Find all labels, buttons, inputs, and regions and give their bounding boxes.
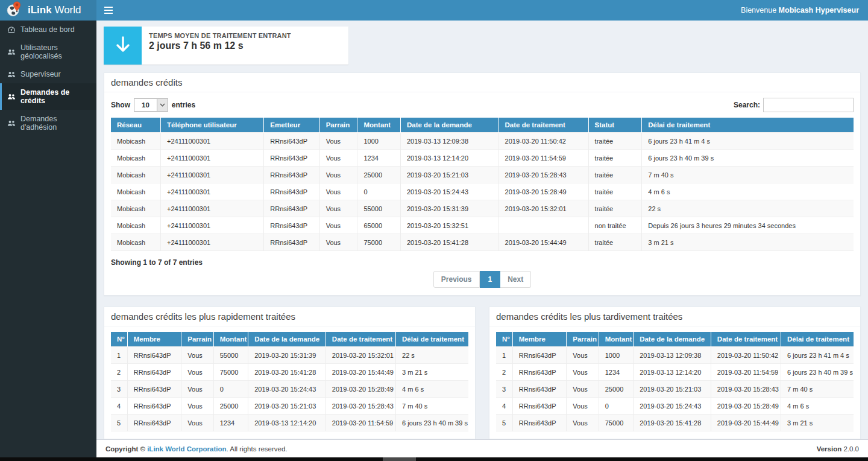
- table-cell: Vous: [567, 347, 599, 364]
- sidebar-item-demandes-de-credits[interactable]: Demandes de crédits: [0, 83, 96, 110]
- table-cell: 2019-03-13 12:09:38: [634, 347, 711, 364]
- table-cell: 2019-03-20 15:28:43: [326, 398, 395, 415]
- table-cell: RRnsi643dP: [264, 183, 319, 200]
- column-header: Délai de traitement: [396, 332, 468, 347]
- page-size-value: 10: [134, 99, 157, 111]
- stat-card-temps-moyen: TEMPS MOYEN DE TRAITEMENT ENTRANT 2 jour…: [104, 27, 348, 65]
- search-input[interactable]: [763, 98, 854, 112]
- table-cell: +24111000301: [161, 183, 264, 200]
- table-cell: 4 m 6 s: [642, 183, 854, 200]
- arrow-down-icon: [115, 36, 131, 56]
- panel-credits-tardivement-traitees: demandes crédits les plus tardivement tr…: [489, 307, 861, 439]
- table-cell: RRnsi643dP: [264, 217, 319, 234]
- table-cell: 2019-03-20 15:28:43: [498, 167, 588, 183]
- table-cell: 1234: [599, 364, 634, 381]
- table-cell: traitée: [588, 150, 642, 167]
- column-header: Statut: [588, 118, 642, 133]
- column-header: Date de traitement: [498, 118, 588, 133]
- user-menu[interactable]: Bienvenue Mobicash Hyperviseur: [741, 6, 859, 14]
- table-cell: RRnsi643dP: [127, 381, 181, 398]
- table-cell: Vous: [181, 364, 213, 381]
- column-header: Parrain: [181, 332, 213, 347]
- table-row: 1RRnsi643dPVous10002019-03-13 12:09:3820…: [496, 347, 854, 364]
- table-row: 1RRnsi643dPVous550002019-03-20 15:31:392…: [111, 347, 468, 364]
- table-cell: Vous: [567, 398, 599, 415]
- table-cell: 2019-03-20 15:28:49: [711, 398, 781, 415]
- table-cell: Vous: [181, 347, 213, 364]
- table-cell: Vous: [319, 183, 357, 200]
- table-cell: 2019-03-20 15:32:01: [498, 200, 588, 217]
- table-row: Mobicash+24111000301RRnsi643dPVous250002…: [111, 167, 854, 183]
- version-text: Version 2.0.0: [817, 445, 859, 453]
- table-cell: 2019-03-20 11:50:42: [711, 347, 781, 364]
- table-cell: Mobicash: [111, 150, 161, 167]
- column-header: Date de la demande: [248, 332, 326, 347]
- stat-card-icon-box: [104, 27, 142, 65]
- screen-edge-strip: [0, 457, 868, 461]
- table-cell: 2019-03-20 15:28:43: [711, 381, 781, 398]
- table-cell: 2019-03-20 15:28:49: [498, 183, 588, 200]
- table-cell: 7 m 40 s: [642, 167, 854, 183]
- sidebar-item-utilisateurs-geolocalises[interactable]: Utilisateurs géolocalisés: [0, 39, 96, 65]
- table-cell: 1: [496, 347, 512, 364]
- table-cell: 75000: [357, 234, 400, 251]
- table-cell: 2: [111, 364, 127, 381]
- table-cell: 25000: [599, 381, 634, 398]
- table-cell: Vous: [319, 133, 357, 150]
- table-cell: 0: [599, 398, 634, 415]
- sidebar-item-superviseur[interactable]: Superviseur: [0, 65, 96, 83]
- table-cell: 2019-03-20 15:24:43: [400, 183, 498, 200]
- table-cell: Mobicash: [111, 183, 161, 200]
- users-icon: [7, 119, 16, 127]
- pagination-page-1-button[interactable]: 1: [480, 271, 501, 288]
- table-cell: Depuis 26 jours 3 heures 29 minutes 34 s…: [642, 217, 854, 234]
- table-cell: 5: [496, 415, 512, 431]
- table-cell: 7 m 40 s: [781, 381, 854, 398]
- table-cell: 4 m 6 s: [396, 381, 468, 398]
- table-cell: 75000: [599, 415, 634, 431]
- column-header: Emetteur: [264, 118, 319, 133]
- brand-logo[interactable]: iLink World: [0, 0, 96, 21]
- table-cell: 3: [111, 381, 127, 398]
- show-label: Show: [111, 101, 130, 109]
- table-cell: traitée: [588, 183, 642, 200]
- pagination-previous-button[interactable]: Previous: [433, 271, 480, 288]
- page-size-select[interactable]: 10: [134, 98, 168, 112]
- table-cell: 2019-03-13 12:14:20: [634, 364, 711, 381]
- panel-credits-rapidement-traitees: demandes crédits les plus rapidement tra…: [104, 307, 476, 439]
- table-row: 3RRnsi643dPVous250002019-03-20 15:21:032…: [496, 381, 854, 398]
- table-cell: +24111000301: [161, 167, 264, 183]
- users-icon: [7, 48, 16, 56]
- table-cell: RRnsi643dP: [264, 234, 319, 251]
- table-cell: RRnsi643dP: [512, 381, 567, 398]
- table-cell: 2019-03-20 15:21:03: [248, 398, 326, 415]
- sidebar-item-tableau-de-bord[interactable]: Tableau de bord: [0, 21, 96, 39]
- table-cell: +24111000301: [161, 234, 264, 251]
- table-cell: 75000: [213, 364, 248, 381]
- column-header: Réseau: [111, 118, 161, 133]
- table-cell: Mobicash: [111, 217, 161, 234]
- table-row: Mobicash+24111000301RRnsi643dPVous100020…: [111, 133, 854, 150]
- table-cell: Vous: [319, 200, 357, 217]
- column-header: Montant: [213, 332, 248, 347]
- table-cell: Vous: [567, 415, 599, 431]
- column-header: Téléphone utilisateur: [161, 118, 264, 133]
- table-cell: 2019-03-20 11:54:59: [326, 415, 395, 431]
- company-link[interactable]: iLink World Corporation: [147, 445, 226, 453]
- table-cell: Mobicash: [111, 200, 161, 217]
- main-content: TEMPS MOYEN DE TRAITEMENT ENTRANT 2 jour…: [96, 21, 868, 439]
- column-header: Parrain: [567, 332, 599, 347]
- pagination-next-button[interactable]: Next: [500, 271, 531, 288]
- table-cell: 2019-03-20 15:28:49: [326, 381, 395, 398]
- column-header: Date de traitement: [326, 332, 395, 347]
- table-cell: traitée: [588, 234, 642, 251]
- sidebar-toggle-button[interactable]: [96, 0, 121, 21]
- table-cell: 6 jours 23 h 40 m 39 s: [396, 415, 468, 431]
- table-cell: 2019-03-13 12:14:20: [248, 415, 326, 431]
- table-cell: RRnsi643dP: [127, 347, 181, 364]
- table-cell: 4: [496, 398, 512, 415]
- sidebar: Tableau de bord Utilisateurs géolocalisé…: [0, 21, 96, 457]
- sidebar-item-demandes-adhesion[interactable]: Demandes d'adhésion: [0, 110, 96, 136]
- dashboard-icon: [7, 25, 16, 34]
- column-header: Délai de traitement: [781, 332, 854, 347]
